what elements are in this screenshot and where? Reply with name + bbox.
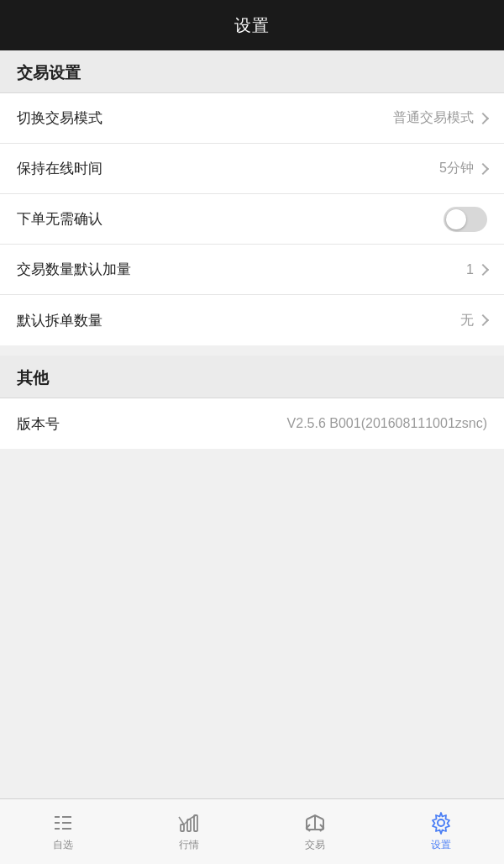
default-qty-item[interactable]: 交易数量默认加量 1 — [0, 245, 504, 295]
shezhi-icon — [429, 811, 453, 835]
version-item: 版本号 V2.5.6 B001(201608111001zsnc) — [0, 398, 504, 449]
zixuan-icon — [51, 811, 75, 835]
zixuan-label: 自选 — [53, 838, 73, 852]
online-time-chevron — [477, 162, 489, 174]
svg-line-9 — [179, 817, 184, 824]
no-confirm-toggle[interactable] — [444, 207, 487, 232]
hangqing-label: 行情 — [179, 838, 199, 852]
version-right: V2.5.6 B001(201608111001zsnc) — [287, 416, 487, 431]
jiaoyii-label: 交易 — [305, 838, 325, 852]
jiaoyii-icon — [303, 811, 327, 835]
other-section-header: 其他 — [0, 356, 504, 398]
section-gap — [0, 345, 504, 356]
svg-point-16 — [438, 819, 444, 826]
no-confirm-item[interactable]: 下单无需确认 — [0, 194, 504, 245]
no-confirm-right — [444, 207, 487, 232]
nav-item-jiaoyii[interactable]: 交易 — [252, 799, 378, 864]
online-time-right: 5分钟 — [439, 160, 487, 177]
header-title: 设置 — [234, 14, 270, 37]
no-confirm-label: 下单无需确认 — [17, 209, 102, 229]
default-qty-label: 交易数量默认加量 — [17, 260, 131, 279]
default-qty-chevron — [477, 263, 489, 275]
online-time-item[interactable]: 保持在线时间 5分钟 — [0, 144, 504, 194]
trade-settings-list: 切换交易模式 普通交易模式 保持在线时间 5分钟 下单无需确认 — [0, 93, 504, 345]
content-area: 交易设置 切换交易模式 普通交易模式 保持在线时间 5分钟 下单无需确认 — [0, 50, 504, 798]
nav-item-shezhi[interactable]: 设置 — [378, 799, 504, 864]
toggle-knob — [446, 209, 466, 229]
switch-mode-chevron — [477, 112, 489, 124]
other-settings-list: 版本号 V2.5.6 B001(201608111001zsnc) — [0, 398, 504, 449]
split-qty-item[interactable]: 默认拆单数量 无 — [0, 295, 504, 345]
svg-rect-6 — [181, 824, 184, 831]
switch-mode-item[interactable]: 切换交易模式 普通交易模式 — [0, 93, 504, 144]
split-qty-label: 默认拆单数量 — [17, 311, 102, 330]
default-qty-value: 1 — [466, 262, 474, 277]
nav-item-hangqing[interactable]: 行情 — [126, 799, 252, 864]
switch-mode-value: 普通交易模式 — [393, 109, 474, 127]
bottom-nav: 自选 行情 交 — [0, 798, 504, 864]
switch-mode-label: 切换交易模式 — [17, 108, 102, 128]
split-qty-right: 无 — [460, 312, 487, 329]
online-time-value: 5分钟 — [439, 160, 474, 177]
nav-item-zixuan[interactable]: 自选 — [0, 799, 126, 864]
trade-section-header: 交易设置 — [0, 50, 504, 93]
svg-line-10 — [184, 819, 189, 824]
online-time-label: 保持在线时间 — [17, 159, 102, 178]
other-section-title: 其他 — [17, 369, 49, 387]
shezhi-label: 设置 — [431, 838, 451, 852]
split-qty-value: 无 — [460, 312, 474, 329]
hangqing-icon — [177, 811, 201, 835]
switch-mode-right: 普通交易模式 — [393, 109, 487, 127]
version-value: V2.5.6 B001(201608111001zsnc) — [287, 416, 487, 431]
app-header: 设置 — [0, 0, 504, 50]
split-qty-chevron — [477, 314, 489, 326]
default-qty-right: 1 — [466, 262, 487, 277]
svg-rect-8 — [194, 815, 197, 831]
trade-section-title: 交易设置 — [17, 64, 81, 82]
version-label: 版本号 — [17, 414, 60, 434]
